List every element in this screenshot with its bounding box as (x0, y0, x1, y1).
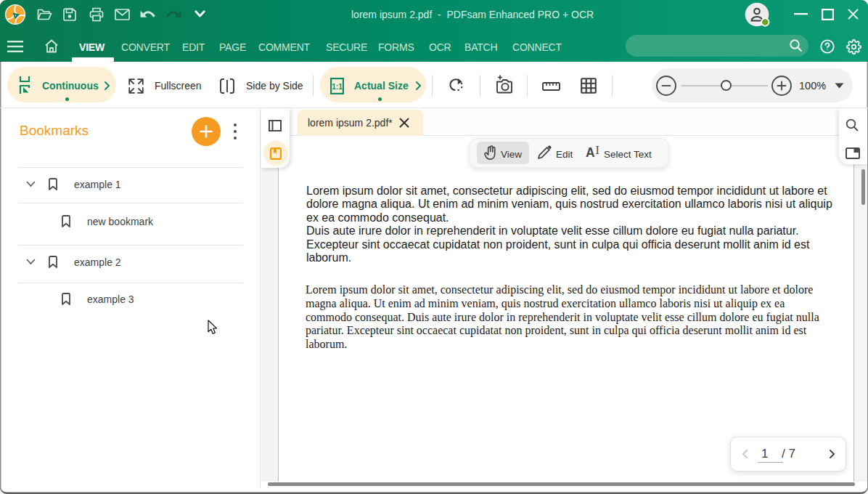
svg-text:1:1: 1:1 (332, 83, 343, 91)
